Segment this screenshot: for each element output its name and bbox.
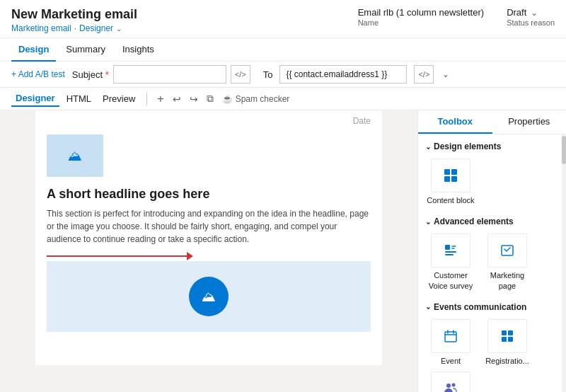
- registration-label: Registratio...: [485, 356, 529, 366]
- content-block-icon-box: [431, 158, 470, 192]
- canvas-date: Date: [353, 116, 371, 126]
- to-chevron-button[interactable]: ⌄: [442, 69, 449, 79]
- svg-rect-1: [451, 169, 457, 175]
- canvas-headline: A short headline goes here: [35, 180, 382, 206]
- email-template-field: Email rlb (1 column newsletter) Name: [358, 7, 484, 27]
- svg-rect-2: [444, 176, 450, 182]
- to-code-button[interactable]: </>: [414, 65, 434, 83]
- panel-tab-properties[interactable]: Properties: [492, 110, 567, 134]
- header: New Marketing email Marketing email · De…: [0, 0, 566, 38]
- svg-rect-12: [508, 337, 513, 342]
- subject-field-group: Subject * </>: [72, 65, 250, 83]
- add-ab-test-button[interactable]: + Add A/B test: [11, 69, 65, 79]
- subject-label: Subject *: [72, 69, 109, 80]
- right-panel: Toolbox Properties ⌄ Design elements: [417, 110, 566, 392]
- main-area: Date ⛰ A short headline goes here This s…: [0, 110, 566, 392]
- teams-icon-box: [431, 371, 470, 392]
- section-advanced-elements-header[interactable]: ⌄ Advanced elements: [418, 212, 566, 231]
- section-advanced-elements: ⌄ Advanced elements Custo: [418, 212, 566, 298]
- customer-voice-label: Customer Voice survey: [425, 270, 476, 291]
- to-value-display: {{ contact.emailaddress1 }}: [279, 65, 407, 83]
- red-arrow: [47, 255, 188, 257]
- content-block-label: Content block: [427, 195, 474, 205]
- svg-rect-11: [502, 337, 507, 342]
- subtitle-main: Marketing email: [11, 23, 71, 33]
- to-label: To: [263, 69, 273, 80]
- svg-rect-6: [445, 254, 454, 255]
- toolbar2-tab-html[interactable]: HTML: [62, 91, 96, 106]
- spam-checker-btn[interactable]: ☕ Spam checker: [222, 94, 290, 104]
- panel-item-teams[interactable]: Teams: [425, 371, 476, 392]
- canvas-body-text: This section is perfect for introducing …: [35, 206, 382, 253]
- mountain-icon: ⛰: [68, 148, 82, 164]
- tab-design[interactable]: Design: [11, 38, 56, 62]
- content-block-icon: [442, 167, 459, 184]
- email-canvas: Date ⛰ A short headline goes here This s…: [35, 110, 382, 365]
- svg-rect-3: [451, 176, 457, 182]
- panel-tab-toolbox[interactable]: Toolbox: [418, 110, 492, 134]
- svg-rect-8: [445, 332, 456, 342]
- section-advanced-label: Advanced elements: [434, 217, 514, 226]
- canvas-arrow-area: [35, 253, 382, 261]
- event-icon-box: [431, 319, 470, 353]
- subtitle-sep: ·: [74, 23, 76, 33]
- subject-code-button[interactable]: </>: [231, 65, 250, 83]
- arrow-head-icon: [187, 252, 193, 260]
- tab-insights[interactable]: Insights: [115, 38, 161, 62]
- panel-body[interactable]: ⌄ Design elements Content: [418, 134, 566, 392]
- panel-item-content-block[interactable]: Content block: [425, 158, 476, 205]
- panel-item-customer-voice[interactable]: Customer Voice survey: [425, 234, 476, 291]
- panel-scrollbar-track: [562, 134, 566, 392]
- panel-item-registration[interactable]: Registratio...: [482, 319, 533, 366]
- spam-checker-label: Spam checker: [236, 94, 290, 104]
- main-tabs: Design Summary Insights: [0, 38, 566, 62]
- section-events-communication: ⌄ Events communication Event: [418, 298, 566, 392]
- subject-input[interactable]: [113, 65, 226, 83]
- section-design-elements-header[interactable]: ⌄ Design elements: [418, 137, 566, 156]
- panel-item-marketing-page[interactable]: Marketing page: [482, 234, 533, 291]
- marketing-page-icon-box: [487, 234, 527, 267]
- status-field: Draft ⌄ Status reason: [507, 7, 555, 27]
- canvas-wrap[interactable]: Date ⛰ A short headline goes here This s…: [0, 110, 417, 392]
- section-events-header[interactable]: ⌄ Events communication: [418, 298, 566, 316]
- svg-rect-0: [444, 169, 450, 175]
- header-right: Email rlb (1 column newsletter) Name Dra…: [358, 7, 555, 27]
- banner-circle: ⛰: [189, 277, 229, 316]
- toolbar2-tab-preview[interactable]: Preview: [98, 91, 139, 106]
- email-template-value: Email rlb (1 column newsletter): [358, 7, 484, 18]
- svg-rect-4: [445, 245, 450, 250]
- event-label: Event: [441, 356, 461, 366]
- status-chevron-btn[interactable]: ⌄: [531, 8, 538, 18]
- tab-summary[interactable]: Summary: [59, 38, 112, 62]
- teams-icon: [443, 381, 458, 392]
- section-advanced-items: Customer Voice survey Marketing page: [418, 231, 566, 298]
- toolbar2-add-button[interactable]: +: [154, 92, 166, 106]
- section-design-items: Content block: [418, 156, 566, 212]
- customer-voice-icon-box: [431, 234, 470, 267]
- section-events-chevron-icon: ⌄: [425, 303, 431, 311]
- toolbar2-undo-button[interactable]: ↩: [170, 93, 184, 105]
- subtitle-designer[interactable]: Designer: [79, 23, 113, 33]
- email-template-label: Name: [358, 18, 484, 27]
- toolbar2-expand-button[interactable]: ⧉: [204, 92, 216, 105]
- svg-point-14: [452, 384, 456, 387]
- section-design-label: Design elements: [434, 142, 501, 151]
- panel-scrollbar-thumb[interactable]: [562, 136, 566, 164]
- registration-icon-box: [487, 319, 527, 353]
- section-chevron-icon: ⌄: [425, 143, 431, 151]
- panel-item-event[interactable]: Event: [425, 319, 476, 366]
- canvas-banner: ⛰: [47, 261, 371, 332]
- event-icon: [443, 328, 458, 344]
- status-value: Draft: [507, 7, 526, 18]
- page-title: New Marketing email: [11, 7, 137, 22]
- banner-mountain-icon: ⛰: [202, 289, 216, 305]
- customer-voice-icon: [443, 243, 458, 258]
- toolbar2-redo-button[interactable]: ↪: [187, 93, 201, 105]
- toolbar-row2: Designer HTML Preview + ↩ ↪ ⧉ ☕ Spam che…: [0, 88, 566, 110]
- toolbar2-tab-designer[interactable]: Designer: [11, 91, 59, 107]
- header-left: New Marketing email Marketing email · De…: [11, 7, 137, 33]
- header-subtitle: Marketing email · Designer ⌄: [11, 23, 137, 33]
- svg-rect-9: [502, 330, 507, 335]
- section-events-items: Event Registratio...: [418, 316, 566, 392]
- registration-icon: [499, 328, 515, 344]
